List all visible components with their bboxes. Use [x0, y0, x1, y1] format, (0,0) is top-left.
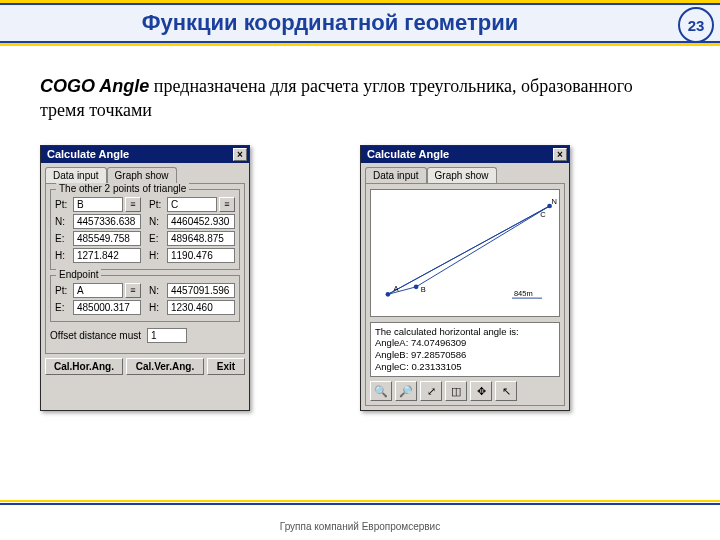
- n-a-field[interactable]: 4457091.596: [167, 283, 235, 298]
- zoom-select-icon[interactable]: ◫: [445, 381, 467, 401]
- tab-data-input[interactable]: Data input: [45, 167, 107, 183]
- calculate-angle-window-graph: Calculate Angle × Data input Graph show …: [360, 145, 570, 412]
- group-legend: Endpoint: [56, 269, 101, 280]
- scale-label: 845m: [514, 289, 533, 298]
- exit-button[interactable]: Exit: [207, 358, 245, 375]
- window-title: Calculate Angle: [367, 148, 449, 160]
- graph-canvas[interactable]: A B C N 845m: [370, 189, 560, 317]
- footer-rule-yellow: [0, 500, 720, 502]
- page-number-badge: 23: [678, 7, 714, 43]
- pt-b-field[interactable]: B: [73, 197, 123, 212]
- e-a-field[interactable]: 485000.317: [73, 300, 141, 315]
- pt-a-field[interactable]: A: [73, 283, 123, 298]
- svg-point-2: [386, 292, 391, 297]
- window-title: Calculate Angle: [47, 148, 129, 160]
- tab-graph-show[interactable]: Graph show: [107, 167, 177, 183]
- group-triangle-points: The other 2 points of triangle Pt:B≡ N:4…: [50, 189, 240, 270]
- tab-data-input[interactable]: Data input: [365, 167, 427, 183]
- result-line: AngleB: 97.28570586: [375, 349, 555, 361]
- e-c-field[interactable]: 489648.875: [167, 231, 235, 246]
- svg-point-3: [414, 284, 419, 289]
- select-icon[interactable]: ↖: [495, 381, 517, 401]
- h-label: H:: [149, 250, 165, 261]
- n-label: N:: [55, 216, 71, 227]
- h-label: H:: [149, 302, 165, 313]
- list-icon[interactable]: ≡: [219, 197, 235, 212]
- n-b-field[interactable]: 4457336.638: [73, 214, 141, 229]
- pt-label: Pt:: [55, 285, 71, 296]
- h-b-field[interactable]: 1271.842: [73, 248, 141, 263]
- point-label-a: A: [394, 283, 399, 292]
- slide-header: Функции координатной геометрии 23: [0, 0, 720, 46]
- e-b-field[interactable]: 485549.758: [73, 231, 141, 246]
- feature-name: COGO Angle: [40, 76, 149, 96]
- result-line: AngleC: 0.23133105: [375, 361, 555, 373]
- pt-label: Pt:: [149, 199, 165, 210]
- n-label: N:: [149, 216, 165, 227]
- h-a-field[interactable]: 1230.460: [167, 300, 235, 315]
- close-icon[interactable]: ×: [553, 148, 567, 161]
- result-line: AngleA: 74.07496309: [375, 337, 555, 349]
- footer-rule-blue: [0, 503, 720, 505]
- calc-hor-angle-button[interactable]: Cal.Hor.Ang.: [45, 358, 123, 375]
- graph-toolbar: 🔍 🔎 ⤢ ◫ ✥ ↖: [370, 381, 560, 401]
- slide-description: COGO Angle предназначена для расчета угл…: [40, 74, 680, 123]
- tab-strip: Data input Graph show: [45, 167, 245, 183]
- h-c-field[interactable]: 1190.476: [167, 248, 235, 263]
- point-label-b: B: [421, 285, 426, 294]
- north-label: N: [551, 197, 556, 206]
- group-legend: The other 2 points of triangle: [56, 183, 189, 194]
- point-label-c: C: [540, 210, 546, 219]
- result-box: The calculated horizontal angle is: Angl…: [370, 322, 560, 378]
- pan-icon[interactable]: ✥: [470, 381, 492, 401]
- n-c-field[interactable]: 4460452.930: [167, 214, 235, 229]
- footer-text: Группа компаний Европромсервис: [0, 521, 720, 532]
- window-titlebar: Calculate Angle ×: [41, 146, 249, 163]
- calc-ver-angle-button[interactable]: Cal.Ver.Ang.: [126, 358, 204, 375]
- e-label: E:: [55, 233, 71, 244]
- offset-field[interactable]: 1: [147, 328, 187, 343]
- list-icon[interactable]: ≡: [125, 197, 141, 212]
- result-header: The calculated horizontal angle is:: [375, 326, 555, 338]
- zoom-in-icon[interactable]: 🔍: [370, 381, 392, 401]
- e-label: E:: [55, 302, 71, 313]
- slide-title: Функции координатной геометрии: [0, 10, 720, 36]
- pt-c-field[interactable]: C: [167, 197, 217, 212]
- e-label: E:: [149, 233, 165, 244]
- calculate-angle-window-data: Calculate Angle × Data input Graph show …: [40, 145, 250, 412]
- zoom-out-icon[interactable]: 🔎: [395, 381, 417, 401]
- window-titlebar: Calculate Angle ×: [361, 146, 569, 163]
- svg-line-1: [388, 206, 550, 294]
- list-icon[interactable]: ≡: [125, 283, 141, 298]
- tab-graph-show[interactable]: Graph show: [427, 167, 497, 183]
- zoom-fit-icon[interactable]: ⤢: [420, 381, 442, 401]
- h-label: H:: [55, 250, 71, 261]
- pt-label: Pt:: [55, 199, 71, 210]
- n-label: N:: [149, 285, 165, 296]
- offset-label: Offset distance must: [50, 330, 141, 341]
- tab-strip: Data input Graph show: [365, 167, 565, 183]
- group-endpoint: Endpoint Pt:A≡ E:485000.317 N:4457091.59…: [50, 275, 240, 322]
- close-icon[interactable]: ×: [233, 148, 247, 161]
